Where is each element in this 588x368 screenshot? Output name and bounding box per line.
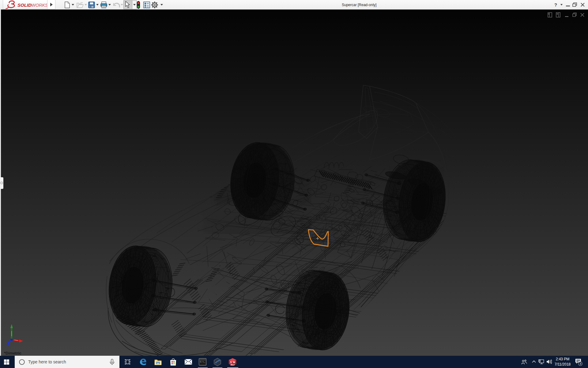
svg-text:?: ? [554,2,557,7]
svg-text:C:\_: C:\_ [200,361,205,363]
svg-text:SOLID: SOLID [17,2,32,7]
svg-text:S: S [230,361,232,364]
svg-text:2017: 2017 [231,364,235,366]
svg-text:3: 3 [580,362,581,365]
svg-text:WORKS: WORKS [31,2,47,7]
svg-text:W: W [233,361,236,364]
